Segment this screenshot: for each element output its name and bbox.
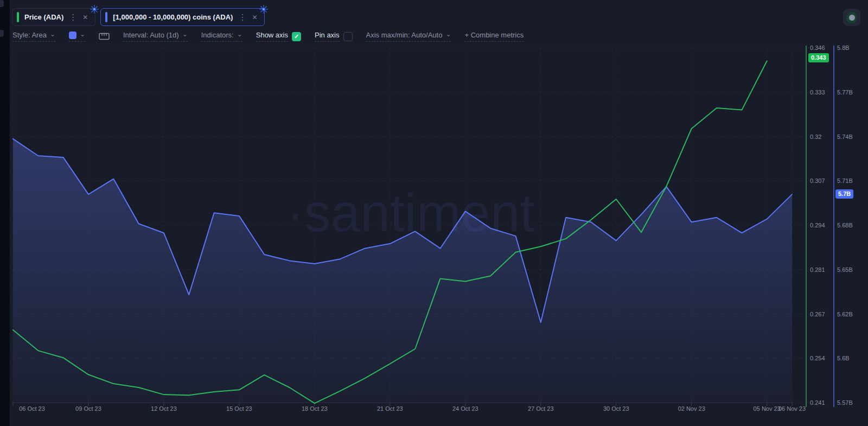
date-axis-tick: 15 Oct 23 (220, 405, 258, 412)
price-axis-tick: 0.294 (810, 222, 825, 228)
supply-area-fill (13, 139, 792, 403)
supply-axis-tick: 5.68B (837, 222, 853, 228)
price-axis-tick: 0.32 (810, 133, 821, 140)
price-axis-tick: 0.241 (810, 399, 825, 406)
supply-axis-tick: 5.62B (837, 311, 853, 317)
show-axis-checkbox[interactable]: ✓ (292, 32, 301, 41)
tab-label: Price (ADA) (24, 13, 63, 21)
price-axis-tick: 0.346 (810, 44, 825, 51)
show-axis-toggle[interactable]: Show axis ✓ (256, 31, 301, 42)
sparkle-icon (90, 4, 99, 14)
supply-axis-tick: 5.65B (837, 266, 853, 273)
status-dot-icon (849, 15, 855, 21)
tab-price-ada[interactable]: Price (ADA) ⋮ ✕ (12, 8, 95, 26)
axis-maxmin-selector[interactable]: Axis max/min: Auto/Auto⌄ (366, 31, 451, 42)
indicators-selector[interactable]: Indicators:⌄ (201, 31, 242, 42)
chevron-down-icon: ⌄ (80, 33, 85, 36)
tab-close-icon[interactable]: ✕ (252, 14, 257, 21)
supply-axis-tick: 5.77B (837, 89, 853, 96)
date-axis-tick: 06 Oct 23 (13, 405, 51, 412)
metric-tabs-bar: Price (ADA) ⋮ ✕ [1,000,000 - 10,000,000)… (12, 8, 265, 26)
axis-maxmin-label: Axis max/min: Auto/Auto (366, 31, 443, 39)
tab-coins-1m-10m[interactable]: [1,000,000 - 10,000,000) coins (ADA) ⋮ ✕ (100, 8, 265, 26)
price-axis-tick: 0.254 (810, 355, 825, 361)
tab-label: [1,000,000 - 10,000,000) coins (ADA) (113, 13, 233, 21)
supply-axis-tick: 5.8B (837, 44, 850, 51)
price-last-value-badge: 0.343 (808, 53, 829, 62)
pin-axis-checkbox[interactable] (343, 32, 353, 41)
price-axis-tick: 0.281 (810, 266, 825, 273)
metric-color-swatch[interactable] (69, 31, 76, 39)
date-axis-tick: 12 Oct 23 (145, 405, 183, 412)
supply-axis-tick: 5.6B (837, 355, 850, 361)
pin-axis-label: Pin axis (315, 31, 340, 39)
date-axis-tick: 21 Oct 23 (371, 405, 409, 412)
date-axis-tick: 18 Oct 23 (296, 405, 334, 412)
chevron-down-icon: ⌄ (237, 33, 242, 36)
date-axis-tick: 27 Oct 23 (522, 405, 560, 412)
santiment-chart-app: Price (ADA) ⋮ ✕ [1,000,000 - 10,000,000)… (0, 0, 868, 426)
show-axis-label: Show axis (256, 31, 288, 39)
price-axis-tick: 0.267 (810, 311, 825, 317)
combine-metrics-label: + Combine metrics (464, 31, 524, 39)
drawing-tool-button[interactable] (99, 32, 110, 41)
tab-close-icon[interactable]: ✕ (82, 14, 88, 21)
tab-accent-bar (17, 12, 19, 22)
pin-axis-toggle[interactable]: Pin axis (315, 31, 353, 42)
status-ring-icon (846, 12, 857, 23)
combine-metrics-button[interactable]: + Combine metrics (464, 31, 524, 42)
status-button[interactable] (843, 9, 860, 26)
date-axis-tick: 06 Nov 23 (773, 405, 811, 412)
date-axis-tick: 02 Nov 23 (673, 405, 711, 412)
date-axis-tick: 09 Oct 23 (69, 405, 107, 412)
interval-selector[interactable]: Interval: Auto (1d)⌄ (123, 31, 188, 42)
indicators-label: Indicators: (201, 31, 234, 39)
price-axis-tick: 0.307 (810, 177, 825, 184)
supply-axis-tick: 5.71B (837, 177, 853, 184)
style-label: Style: Area (12, 31, 47, 39)
chart-toolbar: Style: Area⌄ ⌄ Interval: Auto (1d)⌄ Indi… (12, 31, 524, 42)
date-axis-tick: 30 Oct 23 (597, 405, 635, 412)
chevron-down-icon: ⌄ (182, 33, 188, 36)
ruler-icon (99, 32, 110, 41)
supply-axis-tick: 5.74B (837, 133, 853, 140)
price-axis-tick: 0.333 (810, 89, 825, 96)
tab-accent-bar (105, 12, 107, 22)
supply-axis-tick: 5.57B (837, 399, 853, 406)
style-selector[interactable]: Style: Area⌄ (12, 31, 55, 42)
sparkle-icon (259, 4, 269, 14)
interval-label: Interval: Auto (1d) (123, 31, 179, 39)
supply-last-value-badge: 5.7B (835, 189, 853, 199)
chevron-down-icon: ⌄ (445, 33, 451, 36)
chart-canvas[interactable] (0, 0, 868, 426)
tab-menu-icon[interactable]: ⋮ (238, 13, 246, 21)
date-axis-tick: 24 Oct 23 (446, 405, 484, 412)
chevron-down-icon: ⌄ (50, 33, 55, 36)
chart-area[interactable]: ·santiment 0.3465.8B0.3335.77B0.325.74B0… (0, 0, 868, 426)
color-selector[interactable]: ⌄ (69, 31, 85, 42)
tab-menu-icon[interactable]: ⋮ (69, 13, 77, 21)
